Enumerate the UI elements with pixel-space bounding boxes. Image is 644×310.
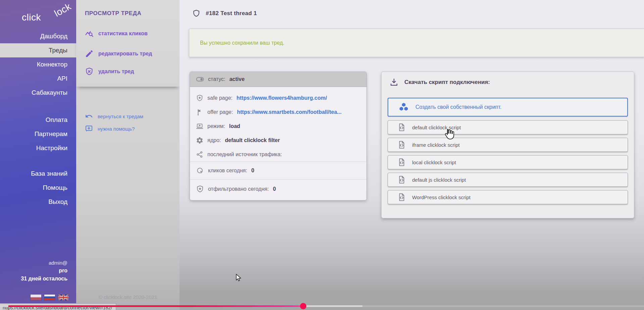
russian-flag[interactable] [44, 295, 55, 300]
page-header: #182 Test thread 1 [192, 9, 257, 18]
sidebar: click lock Дашборд Треды Коннектор API С… [0, 0, 76, 310]
back-to-threads-link[interactable]: вернуться к тредам [85, 112, 143, 120]
iframe-clicklock-script-button[interactable]: iframe clicklock script [388, 138, 628, 152]
flag-icon [196, 108, 203, 116]
sidebar-item-knowledge-base[interactable]: База знаний [0, 167, 76, 181]
back-to-threads-label: вернуться к тредам [98, 114, 143, 119]
safe-page-link[interactable]: https://www.flowers4hamburg.com/ [237, 95, 327, 101]
sidebar-item-payment[interactable]: Оплата [0, 113, 76, 127]
logo-text-lock: lock [53, 1, 73, 19]
create-own-script-button[interactable]: Создать свой собственный скрипт. [388, 98, 628, 117]
sidebar-item-help[interactable]: Помощь [0, 181, 76, 195]
sidebar-item-partners[interactable]: Партнерам [0, 127, 76, 141]
stats-search-icon [85, 29, 94, 38]
download-icon [390, 78, 398, 87]
thread-details: safe page: https://www.flowers4hamburg.c… [190, 87, 366, 162]
sidebar-nav-billing: Оплата Партнерам Настройки [0, 113, 76, 155]
core-row: ядро: default clicklock filter [190, 133, 366, 147]
gear-icon [196, 137, 203, 144]
edit-thread-label: редактировать тред [98, 51, 152, 57]
download-script-panel: Скачать скрипт подключения: Создать свой… [381, 72, 634, 218]
filtered-today-value: 0 [273, 186, 276, 192]
video-progress-bar[interactable] [0, 305, 644, 307]
default-js-clicklock-script-label: default js clicklock script [412, 177, 466, 183]
download-panel-title: Скачать скрипт подключения: [390, 78, 490, 87]
core-label: ядро: [207, 137, 221, 143]
click-statistics-button[interactable]: статистика кликов [85, 29, 148, 38]
clicks-today-label: кликов сегодня: [208, 168, 247, 174]
create-own-script-label: Создать свой собственный скрипт. [415, 104, 502, 110]
code-file-icon [397, 193, 406, 202]
main-content: #182 Test thread 1 Вы успешно сохранили … [180, 0, 644, 310]
delete-thread-label: удалить тред [98, 69, 134, 75]
code-file-icon [397, 175, 406, 184]
account-days-left: 31 дней осталось [21, 275, 67, 283]
toggle-icon [196, 75, 204, 83]
success-alert-text: Вы успешно сохранили ваш тред. [200, 40, 284, 46]
safe-page-label: safe page: [207, 95, 233, 101]
filtered-today-row: отфильтровано сегодня: 0 [190, 179, 366, 198]
copyright-text: © clicklock.site 2020-2021 [76, 294, 180, 300]
sidebar-item-threads[interactable]: Треды [0, 43, 76, 57]
page-title: #182 Test thread 1 [206, 10, 257, 17]
core-value: default clicklock filter [225, 137, 280, 143]
default-clicklock-script-label: default clicklock script [412, 125, 461, 130]
laptop-arrow-icon [196, 123, 203, 130]
delete-thread-button[interactable]: удалить тред [85, 67, 134, 76]
edit-thread-button[interactable]: редактировать тред [85, 49, 152, 58]
cursor-click-icon [196, 167, 204, 175]
offer-page-row: offer page: https://www.smartbets.com/fo… [190, 105, 366, 119]
mode-value: load [229, 123, 240, 129]
clicks-today-row: кликов сегодня: 0 [190, 162, 366, 179]
local-clicklock-script-button[interactable]: local clicklock script [388, 155, 628, 169]
default-js-clicklock-script-button[interactable]: default js clicklock script [388, 173, 628, 187]
thread-status-card: статус: active safe page: https://www.fl… [190, 72, 367, 201]
filtered-today-label: отфильтровано сегодня: [208, 186, 269, 192]
help-plus-icon [85, 125, 93, 133]
code-file-icon [397, 123, 406, 132]
sidebar-item-api[interactable]: API [0, 72, 76, 86]
code-file-icon [397, 158, 406, 167]
status-label: статус: [208, 76, 225, 82]
default-clicklock-script-button[interactable]: default clicklock script [388, 120, 628, 134]
sidebar-nav-help: База знаний Помощь Выход [0, 167, 76, 209]
click-statistics-label: статистика кликов [98, 31, 148, 37]
sidebar-item-settings[interactable]: Настройки [0, 141, 76, 155]
polish-flag[interactable] [31, 295, 41, 300]
progress-fill [8, 305, 303, 307]
shield-star-icon [196, 94, 203, 102]
app-window: click lock Дашборд Треды Коннектор API С… [0, 0, 644, 310]
offer-page-link[interactable]: https://www.smartbets.com/football/tea..… [237, 109, 341, 115]
iframe-clicklock-script-label: iframe clicklock script [412, 142, 460, 148]
account-info: admin@ pro 31 дней осталось [21, 259, 67, 283]
local-clicklock-script-label: local clicklock script [412, 160, 456, 165]
status-value: active [229, 76, 244, 82]
need-help-label: нужна помощь? [98, 126, 135, 132]
undo-icon [85, 112, 93, 120]
pencil-icon [85, 49, 94, 58]
shield-star-icon [196, 185, 204, 193]
cubes-icon [399, 102, 409, 112]
last-traffic-source-label: последний источник трафика: [207, 151, 282, 158]
need-help-link[interactable]: нужна помощь? [85, 125, 135, 133]
sidebar-nav-main: Дашборд Треды Коннектор API Сабакаунты [0, 29, 76, 100]
mode-label: режим: [207, 123, 225, 129]
success-alert: Вы успешно сохранили ваш тред. [189, 29, 644, 57]
language-switcher [31, 295, 69, 300]
account-plan: pro [21, 267, 67, 275]
wordpress-clicklock-script-button[interactable]: WordPress clicklock script [388, 190, 628, 204]
code-file-icon [397, 140, 406, 149]
logo-text-click: click [22, 12, 41, 23]
sidebar-item-subaccounts[interactable]: Сабакаунты [0, 86, 76, 100]
sidebar-item-logout[interactable]: Выход [0, 195, 76, 209]
progress-scrubber[interactable] [300, 303, 306, 309]
thread-context-menu: ПРОСМОТР ТРЕДА статистика кликов редакти… [76, 0, 180, 310]
wordpress-clicklock-script-label: WordPress clicklock script [412, 194, 470, 200]
download-panel-title-text: Скачать скрипт подключения: [404, 79, 490, 86]
sidebar-item-connector[interactable]: Коннектор [0, 57, 76, 72]
shield-icon [192, 9, 200, 18]
mode-row: режим: load [190, 119, 366, 133]
sidebar-item-dashboard[interactable]: Дашборд [0, 29, 76, 43]
clicklock-logo[interactable]: click lock [18, 5, 71, 27]
english-flag[interactable] [58, 295, 69, 300]
